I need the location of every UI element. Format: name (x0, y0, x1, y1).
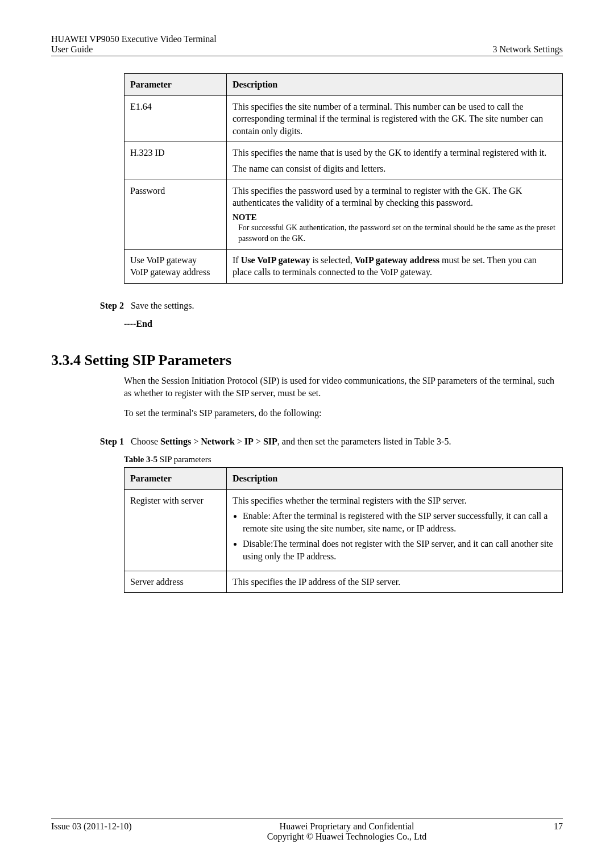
caption-bold: Table 3-5 (124, 455, 157, 464)
list-item: Disable:The terminal does not register w… (243, 538, 557, 562)
step-label: Step 1 (51, 437, 131, 447)
footer-line1: Huawei Proprietary and Confidential (165, 821, 529, 832)
step-label: Step 2 (51, 301, 131, 311)
desc-line: This specifies the name that is used by … (233, 147, 557, 159)
step-text: Choose (131, 437, 160, 446)
end-marker: ----End (124, 319, 563, 329)
footer-center: Huawei Proprietary and Confidential Copy… (165, 821, 529, 842)
header-chapter: 3 Network Settings (492, 44, 563, 55)
desc-bold: Use VoIP gateway (241, 255, 310, 265)
step-body: Choose Settings > Network > IP > SIP, an… (131, 437, 563, 447)
step-text: , and then set the parameters listed in … (277, 437, 451, 446)
table-row: Register with server This specifies whet… (125, 489, 563, 571)
page-footer: Issue 03 (2011-12-10) Huawei Proprietary… (51, 819, 563, 842)
param-cell: H.323 ID (125, 142, 227, 180)
desc-list: Enable: After the terminal is registered… (233, 510, 557, 562)
table-row: Server address This specifies the IP add… (125, 571, 563, 593)
section-body: When the Session Initiation Protocol (SI… (124, 375, 563, 420)
footer-page: 17 (529, 821, 563, 832)
content-area: Parameter Description E1.64 This specifi… (124, 73, 563, 284)
table1-head-desc: Description (227, 74, 563, 96)
section-paragraph: When the Session Initiation Protocol (SI… (124, 375, 563, 399)
desc-cell: This specifies whether the terminal regi… (227, 489, 563, 571)
desc-cell: If Use VoIP gateway is selected, VoIP ga… (227, 249, 563, 283)
param-cell: Server address (125, 571, 227, 593)
step-bold: IP (244, 437, 254, 446)
desc-cell: This specifies the password used by a te… (227, 180, 563, 249)
footer-issue: Issue 03 (2011-12-10) (51, 821, 165, 832)
desc-line: This specifies the password used by a te… (233, 185, 557, 209)
table-row: Password This specifies the password use… (125, 180, 563, 249)
step-body: Save the settings. (131, 301, 563, 311)
step-sep: > (235, 437, 244, 446)
caption-rest: SIP parameters (157, 455, 211, 464)
desc-cell: This specifies the site number of a term… (227, 95, 563, 142)
table-caption: Table 3-5 SIP parameters (124, 454, 563, 465)
desc-bold: VoIP gateway address (355, 255, 439, 265)
note-body: For successful GK authentication, the pa… (238, 223, 557, 244)
table2-head-desc: Description (227, 468, 563, 490)
step-bold: Network (201, 437, 235, 446)
step-2: Step 2 Save the settings. (51, 301, 563, 311)
param-line: Use VoIP gateway (130, 254, 221, 267)
header-left: HUAWEI VP9050 Executive Video Terminal U… (51, 34, 217, 55)
desc-cell: This specifies the IP address of the SIP… (227, 571, 563, 593)
param-cell: Password (125, 180, 227, 249)
param-line: VoIP gateway address (130, 266, 221, 279)
table2-head-param: Parameter (125, 468, 227, 490)
page: HUAWEI VP9050 Executive Video Terminal U… (0, 0, 614, 868)
header-doc: User Guide (51, 44, 217, 55)
param-cell: Register with server (125, 489, 227, 571)
table2-block: Table 3-5 SIP parameters Parameter Descr… (124, 454, 563, 593)
step-sep: > (191, 437, 201, 446)
param-cell: Use VoIP gateway VoIP gateway address (125, 249, 227, 283)
header-product: HUAWEI VP9050 Executive Video Terminal (51, 34, 217, 44)
section-heading: 3.3.4 Setting SIP Parameters (51, 352, 563, 369)
desc-line: The name can consist of digits and lette… (233, 163, 557, 175)
step-1: Step 1 Choose Settings > Network > IP > … (51, 437, 563, 447)
table-row: H.323 ID This specifies the name that is… (125, 142, 563, 180)
note-label: NOTE (233, 211, 557, 223)
desc-cell: This specifies the name that is used by … (227, 142, 563, 180)
table1-head-param: Parameter (125, 74, 227, 96)
page-header: HUAWEI VP9050 Executive Video Terminal U… (51, 34, 563, 56)
list-item: Enable: After the terminal is registered… (243, 510, 557, 534)
step-bold: SIP (263, 437, 277, 446)
table-row: Use VoIP gateway VoIP gateway address If… (125, 249, 563, 283)
section-paragraph: To set the terminal's SIP parameters, do… (124, 407, 563, 420)
section-number: 3.3.4 (51, 352, 81, 368)
step-bold: Settings (160, 437, 191, 446)
desc-text: is selected, (310, 255, 354, 265)
footer-line2: Copyright © Huawei Technologies Co., Ltd (165, 832, 529, 842)
desc-intro: This specifies whether the terminal regi… (233, 495, 557, 507)
desc-text: If (233, 255, 241, 265)
step-sep: > (254, 437, 263, 446)
table-row: E1.64 This specifies the site number of … (125, 95, 563, 142)
parameters-table-2: Parameter Description Register with serv… (124, 467, 563, 593)
parameters-table-1: Parameter Description E1.64 This specifi… (124, 73, 563, 284)
section-title: Setting SIP Parameters (85, 352, 232, 368)
param-cell: E1.64 (125, 95, 227, 142)
